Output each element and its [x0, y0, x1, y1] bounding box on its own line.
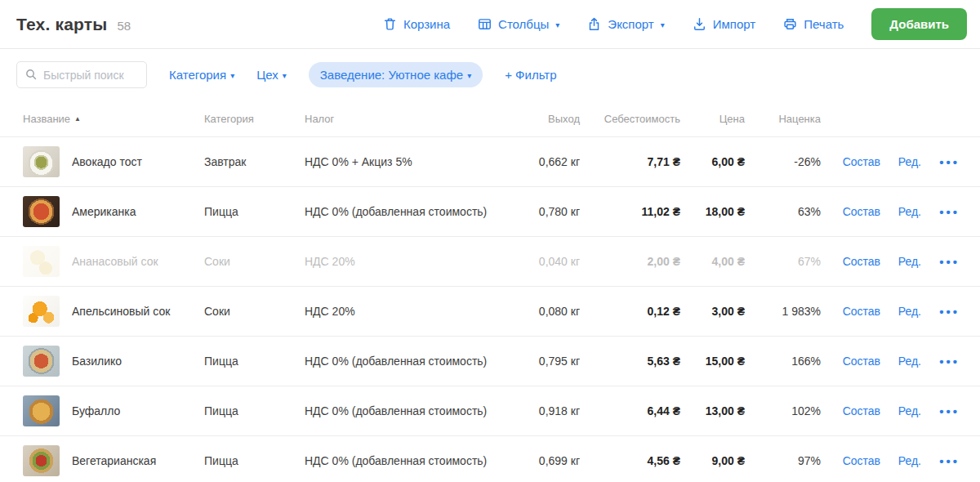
- column-header-weight[interactable]: Выход: [519, 113, 580, 125]
- table-row: Базилико Пицца НДС 0% (добавленная стоим…: [0, 336, 980, 386]
- more-actions-button[interactable]: •••: [939, 305, 960, 319]
- chevron-down-icon: [283, 72, 287, 80]
- column-header-cost[interactable]: Себестоимость: [580, 113, 680, 125]
- add-button[interactable]: Добавить: [871, 8, 967, 40]
- dish-weight: 0,080 кг: [519, 305, 580, 318]
- composition-link[interactable]: Состав: [843, 155, 880, 168]
- table-header: Название Категория Налог Выход Себестоим…: [0, 100, 980, 136]
- edit-link[interactable]: Ред.: [898, 305, 921, 318]
- more-actions-button[interactable]: •••: [939, 255, 960, 269]
- table-row: Буфалло Пицца НДС 0% (добавленная стоимо…: [0, 386, 980, 435]
- dish-tax: НДС 0% (добавленная стоимость): [305, 404, 519, 417]
- more-actions-button[interactable]: •••: [939, 404, 960, 418]
- edit-link[interactable]: Ред.: [898, 205, 921, 218]
- dish-weight: 0,662 кг: [519, 155, 580, 168]
- trash-button-label: Корзина: [403, 17, 450, 31]
- dish-markup: 1 983%: [745, 305, 821, 318]
- column-header-markup[interactable]: Наценка: [745, 113, 821, 125]
- more-actions-button[interactable]: •••: [939, 205, 960, 219]
- quick-search: [16, 61, 147, 88]
- column-header-price[interactable]: Цена: [680, 113, 745, 125]
- workshop-filter[interactable]: Цех: [256, 68, 287, 82]
- category-filter[interactable]: Категория: [169, 68, 234, 82]
- dish-name: Вегетарианская: [72, 454, 204, 467]
- composition-link[interactable]: Состав: [843, 355, 880, 368]
- chevron-down-icon: [230, 72, 234, 80]
- export-button[interactable]: Экспорт: [587, 17, 664, 31]
- dish-price: 6,00 ₴: [680, 155, 745, 168]
- top-bar: Тех. карты 58 Корзина Столбцы Экспорт Им…: [0, 0, 980, 49]
- column-header-category[interactable]: Категория: [204, 113, 305, 125]
- export-icon: [587, 17, 601, 31]
- dish-photo-cell: [23, 196, 72, 227]
- column-header-tax[interactable]: Налог: [305, 113, 519, 125]
- records-count: 58: [118, 19, 131, 33]
- dish-cost: 0,12 ₴: [580, 305, 680, 318]
- composition-link[interactable]: Состав: [843, 205, 880, 218]
- venue-filter[interactable]: Заведение: Уютное кафе: [309, 62, 483, 87]
- dish-photo: [23, 445, 60, 476]
- dish-name: Авокадо тост: [72, 155, 204, 168]
- print-button[interactable]: Печать: [783, 17, 844, 31]
- columns-icon: [478, 17, 492, 31]
- chevron-down-icon: [661, 21, 665, 29]
- trash-button[interactable]: Корзина: [383, 17, 450, 31]
- columns-button[interactable]: Столбцы: [478, 17, 559, 31]
- dish-tax: НДС 0% + Акциз 5%: [305, 155, 519, 168]
- edit-link[interactable]: Ред.: [898, 454, 921, 467]
- composition-link[interactable]: Состав: [843, 454, 880, 467]
- dish-tax: НДС 20%: [305, 255, 519, 268]
- dish-weight: 0,918 кг: [519, 404, 580, 417]
- dish-tax: НДС 0% (добавленная стоимость): [305, 355, 519, 368]
- more-actions-button[interactable]: •••: [939, 355, 960, 368]
- dish-tax: НДС 0% (добавленная стоимость): [305, 454, 519, 467]
- dish-cost: 7,71 ₴: [580, 155, 680, 168]
- composition-link[interactable]: Состав: [843, 255, 880, 268]
- dish-markup: -26%: [745, 155, 821, 168]
- edit-link[interactable]: Ред.: [898, 355, 921, 368]
- dish-cost: 5,63 ₴: [580, 355, 680, 368]
- dish-category: Пицца: [204, 355, 305, 368]
- composition-link[interactable]: Состав: [843, 305, 880, 318]
- edit-link[interactable]: Ред.: [898, 404, 921, 417]
- dish-price: 4,00 ₴: [680, 255, 745, 268]
- edit-link[interactable]: Ред.: [898, 155, 921, 168]
- dish-markup: 166%: [745, 355, 821, 368]
- dish-category: Соки: [204, 305, 305, 318]
- venue-filter-label: Заведение: Уютное кафе: [320, 68, 463, 82]
- composition-link[interactable]: Состав: [843, 404, 880, 417]
- more-actions-button[interactable]: •••: [939, 155, 960, 169]
- dish-photo-cell: [23, 346, 72, 377]
- page-title-wrap: Тех. карты 58: [16, 15, 131, 34]
- dish-name: Ананасовый сок: [72, 255, 204, 268]
- dish-price: 15,00 ₴: [680, 355, 745, 368]
- workshop-filter-label: Цех: [256, 68, 278, 82]
- sort-asc-icon: [74, 115, 81, 123]
- dish-weight: 0,780 кг: [519, 205, 580, 218]
- dish-name: Базилико: [72, 355, 204, 368]
- category-filter-label: Категория: [169, 68, 226, 82]
- column-header-name-label: Название: [23, 113, 70, 125]
- dish-photo: [23, 196, 60, 227]
- column-header-name[interactable]: Название: [23, 113, 204, 125]
- dish-photo: [23, 146, 60, 177]
- import-icon: [693, 17, 706, 31]
- dish-name: Американка: [72, 205, 204, 218]
- filter-bar: Категория Цех Заведение: Уютное кафе + Ф…: [0, 49, 980, 100]
- table-row: Американка Пицца НДС 0% (добавленная сто…: [0, 186, 980, 236]
- dish-photo: [23, 346, 60, 377]
- edit-link[interactable]: Ред.: [898, 255, 921, 268]
- dish-tax: НДС 0% (добавленная стоимость): [305, 205, 519, 218]
- dish-price: 9,00 ₴: [680, 454, 745, 467]
- dish-tax: НДС 20%: [305, 305, 519, 318]
- table-row: Вегетарианская Пицца НДС 0% (добавленная…: [0, 435, 980, 482]
- import-button[interactable]: Импорт: [693, 17, 755, 31]
- add-filter-button[interactable]: + Фильтр: [505, 68, 556, 82]
- dish-photo-cell: [23, 246, 72, 277]
- dish-markup: 67%: [745, 255, 821, 268]
- more-actions-button[interactable]: •••: [939, 454, 960, 468]
- dish-photo-cell: [23, 146, 72, 177]
- dish-markup: 102%: [745, 404, 821, 417]
- dish-price: 3,00 ₴: [680, 305, 745, 318]
- print-button-label: Печать: [804, 17, 844, 31]
